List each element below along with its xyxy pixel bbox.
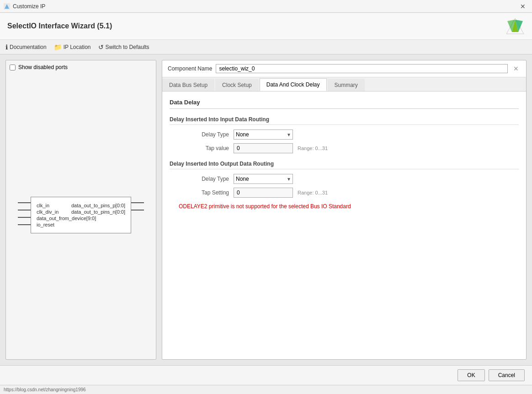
tabs-row: Data Bus Setup Clock Setup Data And Cloc… bbox=[162, 77, 526, 92]
refresh-icon: ↺ bbox=[98, 43, 104, 51]
tab-data-bus-setup[interactable]: Data Bus Setup bbox=[162, 79, 214, 91]
component-name-input[interactable] bbox=[216, 64, 508, 73]
output-tap-setting-input[interactable] bbox=[234, 188, 293, 198]
port-row-data-out-device: data_out_from_device[9:0] bbox=[37, 216, 125, 221]
ok-button[interactable]: OK bbox=[458, 369, 484, 381]
port-io-reset: io_reset bbox=[37, 222, 54, 227]
input-delay-subsection-title: Delay Inserted Into Input Data Routing bbox=[170, 116, 519, 125]
app-icon bbox=[4, 3, 10, 10]
component-name-clear-btn[interactable]: ✕ bbox=[511, 65, 521, 72]
component-diagram: clk_in data_out_to_pins_p[0:0] clk_div_i… bbox=[31, 197, 131, 233]
folder-icon: 📁 bbox=[54, 43, 62, 51]
output-delay-type-select[interactable]: None Fixed Variable bbox=[234, 174, 293, 184]
header: SelectIO Interface Wizard (5.1) bbox=[0, 13, 532, 40]
output-delay-type-row: Delay Type None Fixed Variable ▼ bbox=[170, 174, 519, 184]
odelaye2-warning: ODELAYE2 primitive is not supported for … bbox=[170, 203, 519, 210]
port-data-out-from-device: data_out_from_device[9:0] bbox=[37, 216, 96, 221]
diagram-area: clk_in data_out_to_pins_p[0:0] clk_div_i… bbox=[10, 74, 152, 356]
right-panel: Component Name ✕ Data Bus Setup Clock Se… bbox=[162, 60, 527, 360]
output-delay-type-label: Delay Type bbox=[179, 176, 234, 182]
port-data-out-pn: data_out_to_pins_n[0:0] bbox=[71, 209, 125, 215]
port-row-clk-in: clk_in data_out_to_pins_p[0:0] bbox=[37, 203, 125, 208]
switch-defaults-link[interactable]: ↺ Switch to Defaults bbox=[98, 43, 149, 51]
show-disabled-checkbox[interactable] bbox=[10, 65, 16, 70]
tab-data-and-clock-delay[interactable]: Data And Clock Delay bbox=[260, 78, 327, 91]
main-window: SelectIO Interface Wizard (5.1) ℹ Docume… bbox=[0, 13, 532, 394]
input-delay-type-select[interactable]: None Fixed Variable bbox=[234, 130, 293, 140]
input-delay-type-select-wrapper: None Fixed Variable ▼ bbox=[234, 130, 293, 140]
close-button[interactable]: ✕ bbox=[517, 2, 528, 11]
status-url: https://blog.csdn.net/zhangningning1996 bbox=[4, 387, 86, 392]
input-tap-value-row: Tap value Range: 0...31 bbox=[170, 143, 519, 153]
documentation-link[interactable]: ℹ Documentation bbox=[5, 43, 47, 51]
show-disabled-label: Show disabled ports bbox=[18, 64, 68, 70]
data-delay-section-title: Data Delay bbox=[170, 99, 519, 109]
output-delay-type-select-wrapper: None Fixed Variable ▼ bbox=[234, 174, 293, 184]
toolbar: ℹ Documentation 📁 IP Location ↺ Switch t… bbox=[0, 40, 532, 54]
info-icon: ℹ bbox=[5, 43, 8, 51]
output-tap-setting-row: Tap Setting Range: 0...31 bbox=[170, 188, 519, 198]
title-bar-left: Customize IP bbox=[4, 3, 45, 10]
port-row-clk-div: clk_div_in data_out_to_pins_n[0:0] bbox=[37, 209, 125, 215]
tab-clock-setup[interactable]: Clock Setup bbox=[215, 79, 259, 91]
cancel-button[interactable]: Cancel bbox=[489, 369, 525, 381]
tab-content-data-clock-delay: Data Delay Delay Inserted Into Input Dat… bbox=[162, 92, 526, 359]
component-name-row: Component Name ✕ bbox=[162, 60, 526, 77]
documentation-label: Documentation bbox=[10, 44, 47, 50]
input-delay-type-row: Delay Type None Fixed Variable ▼ bbox=[170, 130, 519, 140]
port-clk-in: clk_in bbox=[37, 203, 49, 208]
input-tap-range: Range: 0...31 bbox=[298, 146, 328, 151]
wizard-title: SelectIO Interface Wizard (5.1) bbox=[7, 22, 112, 30]
port-clk-div-in: clk_div_in bbox=[37, 209, 59, 215]
output-delay-subsection-title: Delay Inserted Into Output Data Routing bbox=[170, 161, 519, 169]
output-tap-setting-label: Tap Setting bbox=[179, 189, 234, 196]
port-data-out-pp: data_out_to_pins_p[0:0] bbox=[71, 203, 125, 208]
ip-location-link[interactable]: 📁 IP Location bbox=[54, 43, 91, 51]
ip-location-label: IP Location bbox=[64, 44, 91, 50]
title-bar: Customize IP ✕ bbox=[0, 0, 532, 13]
input-tap-value-input[interactable] bbox=[234, 143, 293, 153]
app-title: Customize IP bbox=[13, 3, 45, 10]
status-bar: https://blog.csdn.net/zhangningning1996 bbox=[0, 385, 532, 394]
port-row-io-reset: io_reset bbox=[37, 222, 125, 227]
tab-summary[interactable]: Summary bbox=[328, 79, 365, 91]
output-tap-range: Range: 0...31 bbox=[298, 190, 328, 195]
input-tap-value-label: Tap value bbox=[179, 145, 234, 151]
switch-defaults-label: Switch to Defaults bbox=[106, 44, 149, 50]
bottom-bar: OK Cancel bbox=[0, 365, 532, 385]
input-delay-type-label: Delay Type bbox=[179, 131, 234, 138]
left-panel: Show disabled ports clk_in data_out_to_p… bbox=[5, 60, 156, 360]
vivado-logo bbox=[505, 17, 525, 35]
component-name-label: Component Name bbox=[168, 65, 212, 72]
show-disabled-row: Show disabled ports bbox=[10, 64, 152, 70]
content-area: Show disabled ports clk_in data_out_to_p… bbox=[0, 54, 532, 365]
